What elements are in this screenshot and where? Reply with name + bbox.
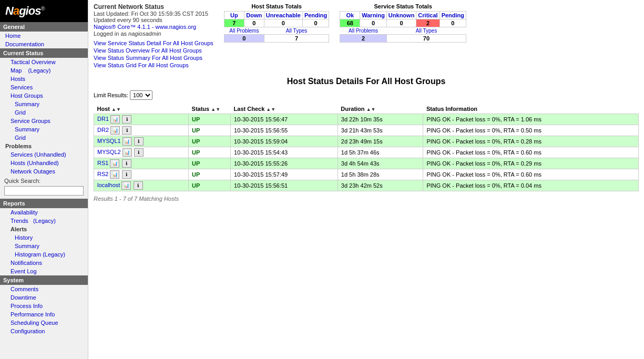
notifications-link[interactable]: Notifications bbox=[0, 259, 88, 267]
host-status-value: UP bbox=[192, 182, 200, 189]
host-table-header: Host ▲▼ Status ▲▼ Last Check ▲▼ Duration… bbox=[94, 104, 639, 114]
host-name-cell: DR1 📊 ℹ bbox=[94, 114, 189, 125]
host-up-label[interactable]: Up bbox=[224, 12, 244, 19]
host-info-icon[interactable]: ℹ bbox=[122, 170, 131, 179]
host-all-problems-label[interactable]: All Problems bbox=[224, 27, 264, 35]
host-info-icon[interactable]: ℹ bbox=[134, 137, 144, 146]
host-chart-icon[interactable]: 📊 bbox=[110, 170, 119, 179]
host-groups-grid-link[interactable]: Grid bbox=[0, 108, 88, 117]
scheduling-queue-link[interactable]: Scheduling Queue bbox=[0, 319, 88, 327]
host-all-types-label[interactable]: All Types bbox=[264, 27, 329, 35]
status-sort-arrows[interactable]: ▲▼ bbox=[211, 107, 220, 112]
host-status-cell: UP bbox=[189, 136, 231, 147]
limit-results-select[interactable]: 100 50 25 All bbox=[130, 90, 152, 100]
host-info-icon[interactable]: ℹ bbox=[122, 159, 131, 168]
host-info-icon[interactable]: ℹ bbox=[134, 148, 144, 157]
performance-info-link[interactable]: Performance Info bbox=[0, 310, 88, 319]
view-status-grid-link[interactable]: View Status Grid For All Host Groups bbox=[94, 62, 213, 68]
col-status[interactable]: Status ▲▼ bbox=[189, 104, 231, 114]
comments-link[interactable]: Comments bbox=[0, 285, 88, 293]
hosts-unhandled-link[interactable]: Hosts (Unhandled) bbox=[0, 159, 88, 167]
trends-legacy-link[interactable]: Trends (Legacy) bbox=[0, 217, 88, 225]
tactical-overview-link[interactable]: Tactical Overview bbox=[0, 58, 88, 66]
service-warning-label[interactable]: Warning bbox=[360, 12, 387, 19]
service-pending-count[interactable]: 0 bbox=[439, 19, 466, 27]
host-chart-icon[interactable]: 📊 bbox=[110, 126, 120, 135]
col-duration[interactable]: Duration ▲▼ bbox=[338, 104, 423, 114]
service-groups-link[interactable]: Service Groups bbox=[0, 117, 88, 125]
host-status-value: UP bbox=[192, 138, 200, 145]
services-unhandled-link[interactable]: Services (Unhandled) bbox=[0, 150, 88, 159]
host-status-cell: UP bbox=[189, 114, 231, 125]
service-critical-count[interactable]: 2 bbox=[416, 19, 439, 27]
host-pending-label[interactable]: Pending bbox=[302, 12, 329, 19]
host-unreachable-count[interactable]: 0 bbox=[264, 19, 302, 27]
service-all-problems-label[interactable]: All Problems bbox=[340, 27, 387, 35]
host-groups-link[interactable]: Host Groups bbox=[0, 91, 88, 100]
host-down-count[interactable]: 0 bbox=[244, 19, 264, 27]
host-info-icon[interactable]: ℹ bbox=[122, 126, 131, 135]
service-all-types-label[interactable]: All Types bbox=[386, 27, 466, 35]
host-all-problems-count[interactable]: 0 bbox=[224, 35, 264, 43]
host-sort-arrows[interactable]: ▲▼ bbox=[111, 107, 121, 112]
service-warning-count[interactable]: 0 bbox=[360, 19, 387, 27]
host-chart-icon[interactable]: 📊 bbox=[122, 137, 132, 146]
service-totals-row2-values: 2 70 bbox=[340, 35, 466, 43]
host-chart-icon[interactable]: 📊 bbox=[110, 159, 119, 168]
host-pending-count[interactable]: 0 bbox=[302, 19, 329, 27]
nagios-core-link[interactable]: Nagios® Core™ 4.1.1 - www.nagios.org bbox=[94, 24, 196, 30]
documentation-link[interactable]: Documentation bbox=[0, 40, 88, 48]
services-link[interactable]: Services bbox=[0, 83, 88, 91]
alerts-histogram-link[interactable]: Histogram (Legacy) bbox=[0, 250, 88, 259]
host-name-cell: MYSQL1 📊 ℹ bbox=[94, 136, 189, 147]
service-groups-grid-link[interactable]: Grid bbox=[0, 134, 88, 142]
last-check-sort-arrows[interactable]: ▲▼ bbox=[266, 107, 275, 112]
host-status-cell: UP bbox=[189, 158, 231, 169]
service-unknown-label[interactable]: Unknown bbox=[386, 12, 416, 19]
alerts-summary-link[interactable]: Summary bbox=[0, 242, 88, 250]
service-unknown-count[interactable]: 0 bbox=[386, 19, 416, 27]
home-link[interactable]: Home bbox=[0, 32, 88, 40]
configuration-link[interactable]: Configuration bbox=[0, 327, 88, 335]
host-name-link[interactable]: MYSQL1 bbox=[97, 138, 121, 144]
network-outages-link[interactable]: Network Outages bbox=[0, 167, 88, 176]
view-status-summary-link[interactable]: View Status Summary For All Host Groups bbox=[94, 55, 213, 61]
col-last-check[interactable]: Last Check ▲▼ bbox=[231, 104, 338, 114]
host-down-label[interactable]: Down bbox=[244, 12, 264, 19]
availability-link[interactable]: Availability bbox=[0, 208, 88, 217]
host-unreachable-label[interactable]: Unreachable bbox=[264, 12, 302, 19]
hosts-link[interactable]: Hosts bbox=[0, 75, 88, 83]
host-name-link[interactable]: MYSQL2 bbox=[97, 149, 121, 155]
service-pending-label[interactable]: Pending bbox=[439, 12, 466, 19]
host-name-link[interactable]: RS2 bbox=[97, 171, 108, 177]
host-info-icon[interactable]: ℹ bbox=[122, 115, 131, 124]
host-info-icon[interactable]: ℹ bbox=[134, 181, 143, 190]
host-name-link[interactable]: DR1 bbox=[97, 116, 109, 122]
map-legacy-link[interactable]: Map (Legacy) bbox=[0, 66, 88, 75]
view-status-overview-link[interactable]: View Status Overview For All Host Groups bbox=[94, 47, 213, 54]
host-groups-summary-link[interactable]: Summary bbox=[0, 100, 88, 108]
host-all-types-count[interactable]: 7 bbox=[264, 35, 329, 43]
alerts-history-link[interactable]: History bbox=[0, 233, 88, 242]
service-all-problems-count[interactable]: 2 bbox=[340, 35, 387, 43]
col-host[interactable]: Host ▲▼ bbox=[94, 104, 189, 114]
host-totals-header-row: Up Down Unreachable Pending bbox=[224, 12, 329, 19]
event-log-link[interactable]: Event Log bbox=[0, 267, 88, 275]
view-service-status-link[interactable]: View Service Status Detail For All Host … bbox=[94, 40, 213, 46]
quick-search-input[interactable] bbox=[4, 186, 84, 196]
host-name-link[interactable]: localhost bbox=[97, 182, 120, 188]
downtime-link[interactable]: Downtime bbox=[0, 293, 88, 302]
service-ok-label[interactable]: Ok bbox=[340, 12, 360, 19]
host-name-link[interactable]: DR2 bbox=[97, 127, 109, 133]
service-groups-summary-link[interactable]: Summary bbox=[0, 125, 88, 134]
duration-sort-arrows[interactable]: ▲▼ bbox=[366, 107, 376, 112]
host-up-count[interactable]: 7 bbox=[224, 19, 244, 27]
service-all-types-count[interactable]: 70 bbox=[386, 35, 466, 43]
process-info-link[interactable]: Process Info bbox=[0, 302, 88, 310]
service-critical-label[interactable]: Critical bbox=[416, 12, 439, 19]
host-chart-icon[interactable]: 📊 bbox=[122, 148, 132, 157]
host-chart-icon[interactable]: 📊 bbox=[121, 181, 131, 190]
service-ok-count[interactable]: 68 bbox=[340, 19, 360, 27]
host-name-link[interactable]: RS1 bbox=[97, 160, 108, 166]
host-chart-icon[interactable]: 📊 bbox=[110, 115, 120, 124]
